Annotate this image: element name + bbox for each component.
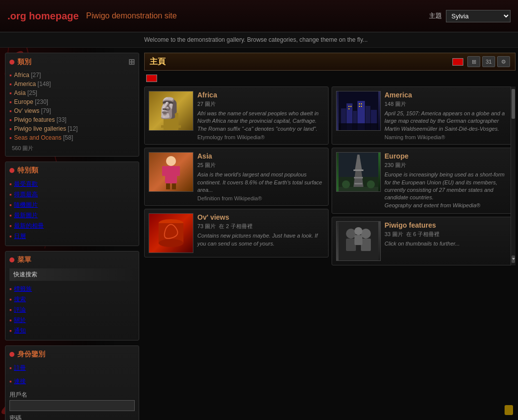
sidebar-item-best-rated[interactable]: 得票最高 bbox=[9, 189, 135, 200]
flag-row bbox=[144, 75, 516, 84]
logo-domain: .org homepage bbox=[7, 10, 79, 21]
sidebar-item-asia[interactable]: Asia [25] bbox=[9, 88, 135, 97]
collapse-icon[interactable]: ⊞ bbox=[128, 57, 135, 67]
america-desc: April 25, 1507: America appears on a glo… bbox=[385, 110, 512, 133]
america-info: America 148 圖片 April 25, 1507: America a… bbox=[385, 91, 512, 140]
asia-thumbnail[interactable] bbox=[149, 152, 193, 192]
piwigo-features-thumbnail[interactable] bbox=[336, 221, 381, 261]
africa-info: Africa 27 圖片 Afri was the name of severa… bbox=[197, 91, 324, 140]
svg-point-61 bbox=[342, 180, 350, 188]
sidebar-item-ov-views[interactable]: Ov' views [79] bbox=[9, 106, 135, 115]
piwigo-features-info: Piwigo features 33 圖片 在 6 子相冊裡 Click on … bbox=[385, 221, 512, 248]
africa-desc: Afri was the name of several peoples who… bbox=[197, 110, 324, 133]
sidebar-item-notification[interactable]: 通知 bbox=[9, 326, 135, 336]
page-title: 主頁 bbox=[150, 57, 166, 67]
page-title-bar: 主頁 ⊞ 31 ⚙ bbox=[144, 53, 516, 71]
sidebar-item-calendar[interactable]: 日層 bbox=[9, 231, 135, 242]
sidebar: 類別 ⊞ Africa [27] America [148] Asia [25]… bbox=[0, 50, 142, 420]
sidebar-item-favorites[interactable]: 最受喜歡 bbox=[9, 179, 135, 189]
ov-views-title[interactable]: Ov' views bbox=[197, 213, 324, 221]
sidebar-item-europe[interactable]: Europe [230] bbox=[9, 97, 135, 106]
svg-rect-57 bbox=[353, 169, 363, 171]
america-title[interactable]: America bbox=[385, 91, 512, 99]
password-field: 密碼 bbox=[9, 414, 135, 420]
calendar-view-icon[interactable]: 31 bbox=[482, 56, 495, 67]
sidebar-item-search[interactable]: 搜索 bbox=[9, 294, 135, 305]
site-name: Piwigo demonstration site bbox=[86, 11, 176, 20]
africa-count: 27 圖片 bbox=[197, 100, 324, 108]
site-logo: .org homepage bbox=[7, 10, 79, 22]
svg-rect-58 bbox=[354, 177, 363, 178]
svg-point-26 bbox=[167, 99, 175, 107]
sidebar-item-piwigo-features[interactable]: Piwigo features [33] bbox=[9, 115, 135, 124]
register-link[interactable]: 註冊 bbox=[9, 363, 135, 373]
america-count: 148 圖片 bbox=[385, 100, 512, 108]
view-icons: ⊞ 31 ⚙ bbox=[467, 56, 510, 67]
scrollbar-thumb[interactable] bbox=[512, 89, 515, 119]
identity-section: 身份鑒別 註冊 連接 用戶名 密碼 自動連接 確認 bbox=[5, 345, 139, 420]
svg-rect-52 bbox=[339, 123, 378, 131]
svg-rect-31 bbox=[162, 166, 166, 176]
svg-rect-32 bbox=[176, 166, 180, 176]
password-label: 密碼 bbox=[9, 414, 135, 420]
sidebar-item-comments[interactable]: 評論 bbox=[9, 305, 135, 315]
sidebar-item-africa[interactable]: Africa [27] bbox=[9, 71, 135, 80]
africa-source: Etymology from Wikipedia® bbox=[197, 134, 324, 140]
piwigo-features-count: 33 圖片 在 6 子相冊裡 bbox=[385, 231, 512, 238]
ov-views-info: Ov' views 73 圖片 在 2 子相冊裡 Contains new pi… bbox=[197, 213, 324, 248]
ov-views-card: Ov' views 73 圖片 在 2 子相冊裡 Contains new pi… bbox=[144, 209, 329, 257]
svg-rect-69 bbox=[354, 235, 362, 245]
sidebar-item-recent-albums[interactable]: 最新的相冊 bbox=[9, 221, 135, 231]
africa-title[interactable]: Africa bbox=[197, 91, 324, 99]
europe-title[interactable]: Europe bbox=[385, 152, 512, 160]
admin-icon[interactable]: ⚙ bbox=[497, 56, 510, 67]
europe-thumbnail[interactable] bbox=[336, 152, 381, 192]
sidebar-item-recent-photos[interactable]: 最新圖片 bbox=[9, 210, 135, 221]
asia-source: Definition from Wikipedia® bbox=[197, 195, 324, 201]
svg-rect-24 bbox=[166, 100, 176, 113]
piwigo-features-title[interactable]: Piwigo features bbox=[385, 221, 512, 229]
africa-card: Africa 27 圖片 Afri was the name of severa… bbox=[144, 86, 329, 145]
asia-title[interactable]: Asia bbox=[197, 152, 324, 160]
africa-thumbnail[interactable] bbox=[149, 91, 193, 131]
europe-card: Europe 230 圖片 Europe is increasingly bei… bbox=[332, 148, 516, 214]
ov-views-thumbnail[interactable] bbox=[149, 213, 193, 253]
grid-view-icon[interactable]: ⊞ bbox=[467, 56, 480, 67]
asia-card: Asia 25 圖片 Asia is the world's largest a… bbox=[144, 148, 329, 206]
sidebar-item-random[interactable]: 隨機圖片 bbox=[9, 200, 135, 210]
sidebar-item-america[interactable]: America [148] bbox=[9, 80, 135, 88]
svg-point-37 bbox=[159, 239, 183, 247]
theme-label: 主題 bbox=[429, 11, 442, 20]
europe-info: Europe 230 圖片 Europe is increasingly bei… bbox=[385, 152, 512, 209]
categories-list: Africa [27] America [148] Asia [25] Euro… bbox=[9, 71, 135, 142]
username-input[interactable] bbox=[9, 400, 135, 411]
svg-rect-51 bbox=[361, 106, 362, 107]
scrollbar-down[interactable] bbox=[512, 255, 515, 263]
svg-marker-70 bbox=[512, 258, 515, 260]
sidebar-item-piwigo-live[interactable]: Piwigo live galleries [12] bbox=[9, 124, 135, 133]
quick-search-label: 快速搜索 bbox=[9, 268, 135, 281]
sidebar-item-seas[interactable]: Seas and Oceans [58] bbox=[9, 133, 135, 142]
svg-rect-46 bbox=[350, 106, 351, 107]
right-scrollbar[interactable] bbox=[511, 86, 516, 265]
theme-dropdown[interactable]: Sylvia Bootstrap Darkroom Default bbox=[446, 10, 511, 22]
europe-desc: Europe is increasingly being used as a s… bbox=[385, 171, 512, 209]
right-column: America 148 圖片 April 25, 1507: America a… bbox=[332, 86, 516, 265]
main-content: 主頁 ⊞ 31 ⚙ bbox=[142, 50, 518, 420]
svg-rect-45 bbox=[348, 106, 349, 107]
svg-point-68 bbox=[354, 227, 362, 235]
categories-total: 560 圖片 bbox=[9, 145, 135, 152]
sidebar-item-about[interactable]: 關於 bbox=[9, 315, 135, 326]
ov-views-desc: Contains new pictures maybe. Just have a… bbox=[197, 232, 324, 248]
svg-rect-48 bbox=[359, 103, 360, 104]
piwigo-features-card: Piwigo features 33 圖片 在 6 子相冊裡 Click on … bbox=[332, 217, 516, 265]
main-layout: 類別 ⊞ Africa [27] America [148] Asia [25]… bbox=[0, 48, 518, 420]
svg-rect-28 bbox=[175, 125, 181, 128]
menu-section: 菜單 快速搜索 標籤族 搜索 評論 關於 通知 bbox=[5, 251, 139, 340]
america-thumbnail[interactable] bbox=[336, 91, 381, 131]
connect-link[interactable]: 連接 bbox=[9, 376, 135, 387]
categories-grid: Africa 27 圖片 Afri was the name of severa… bbox=[144, 86, 516, 265]
categories-section: 類別 ⊞ Africa [27] America [148] Asia [25]… bbox=[5, 53, 139, 157]
sidebar-item-tags[interactable]: 標籤族 bbox=[9, 284, 135, 294]
svg-rect-30 bbox=[165, 166, 177, 183]
